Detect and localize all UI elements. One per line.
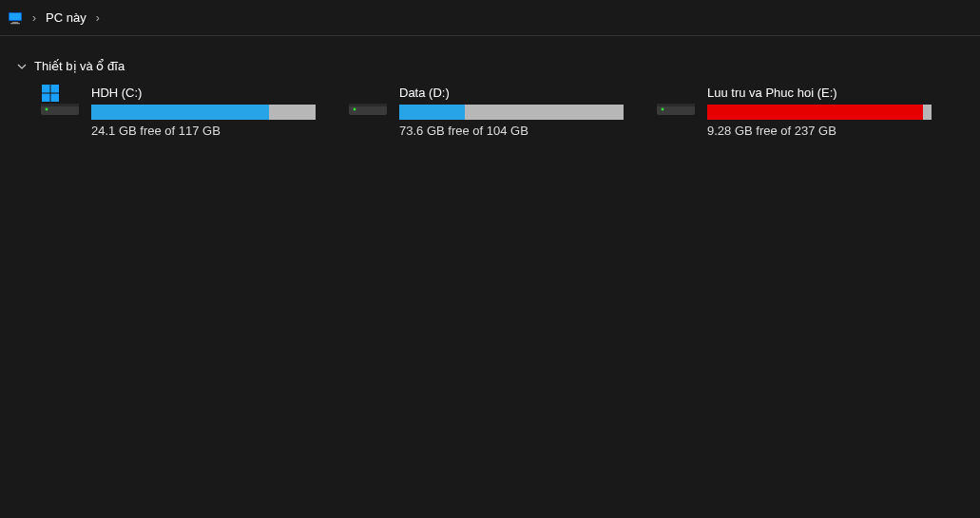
svg-point-12: [354, 108, 356, 111]
svg-rect-1: [10, 13, 21, 20]
svg-rect-8: [41, 104, 79, 106]
drive-item-e[interactable]: Luu tru va Phuc hoi (E:) 9.28 GB free of…: [652, 83, 937, 140]
svg-point-15: [662, 108, 664, 111]
drive-free-text: 73.6 GB free of 104 GB: [399, 124, 627, 138]
chevron-right-icon[interactable]: ›: [94, 11, 102, 25]
drive-name: Luu tru va Phuc hoi (E:): [707, 86, 935, 101]
breadcrumb[interactable]: › PC này ›: [0, 0, 980, 36]
drive-usage-bar: [707, 105, 932, 120]
chevron-right-icon: ›: [30, 11, 38, 25]
drive-item-c[interactable]: HDH (C:) 24.1 GB free of 117 GB: [36, 83, 321, 140]
drive-usage-bar: [399, 105, 624, 120]
svg-rect-3: [10, 23, 20, 24]
breadcrumb-current[interactable]: PC này: [46, 10, 86, 25]
drive-name: Data (D:): [399, 86, 627, 101]
section-title: Thiết bị và ổ đĩa: [34, 59, 125, 73]
drive-icon: [654, 85, 698, 138]
drive-icon: [38, 85, 82, 138]
chevron-down-icon: [17, 62, 29, 71]
svg-point-9: [46, 108, 48, 111]
drive-icon: [346, 85, 390, 138]
drive-free-text: 24.1 GB free of 117 GB: [91, 124, 319, 138]
svg-rect-11: [349, 104, 387, 106]
this-pc-icon: [8, 10, 23, 26]
svg-rect-2: [12, 22, 18, 23]
drive-usage-bar: [91, 105, 316, 120]
drive-item-d[interactable]: Data (D:) 73.6 GB free of 104 GB: [344, 83, 629, 140]
svg-rect-14: [657, 104, 695, 106]
drives-list: HDH (C:) 24.1 GB free of 117 GB Data (D:…: [0, 83, 980, 140]
section-header[interactable]: Thiết bị và ổ đĩa: [0, 36, 980, 83]
svg-rect-6: [42, 93, 59, 94]
drive-free-text: 9.28 GB free of 237 GB: [707, 124, 935, 138]
drive-name: HDH (C:): [91, 86, 319, 101]
